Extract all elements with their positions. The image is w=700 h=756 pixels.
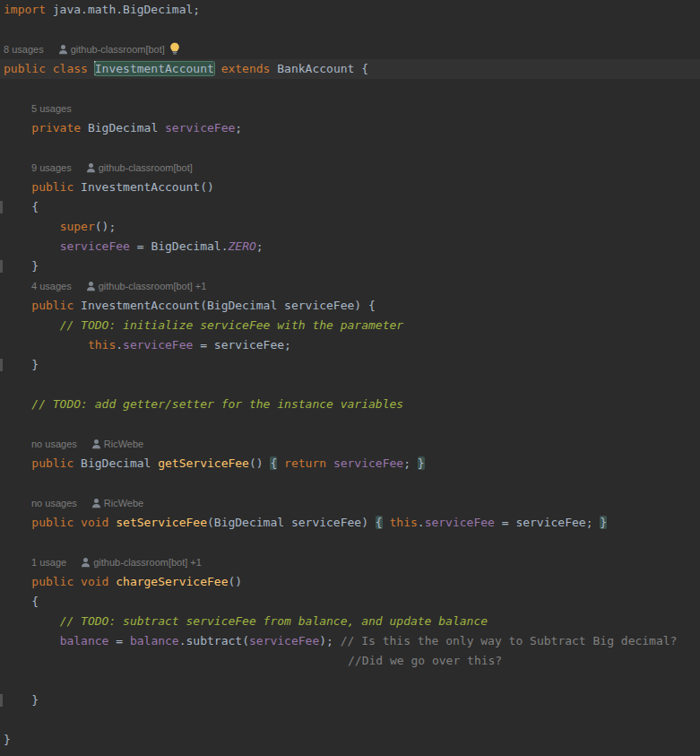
author-hint[interactable]: github-classroom[bot] +1 [99,281,207,291]
code-line-2[interactable] [0,20,700,39]
token [4,575,31,588]
token: .subtract( [179,634,249,647]
token: extends [221,62,271,75]
spacer [66,565,81,566]
token: public class [4,62,95,75]
inlay-hint-line-6[interactable]: 5 usages [0,99,700,118]
token: import [4,3,46,16]
inlay-hint-line-23[interactable]: no usagesRicWebe [0,434,700,454]
token [4,180,31,194]
user-icon [86,281,96,291]
author-hint[interactable]: github-classroom[bot] [71,44,165,55]
token: } [4,693,39,707]
code-line-16[interactable]: public InvestmentAccount(BigDecimal serv… [0,296,700,316]
usages-hint[interactable]: 1 usage [31,557,66,568]
code-line-11[interactable]: { [0,197,700,217]
code-line-38[interactable]: } [0,730,700,750]
usages-hint[interactable]: no usages [31,439,77,449]
token: java.math.BigDecimal; [46,3,200,16]
token: ZERO [228,239,255,253]
token [4,239,60,253]
token: . [116,338,123,352]
code-line-31[interactable]: { [0,592,700,612]
code-line-10[interactable]: public InvestmentAccount() [0,178,700,197]
author-hint[interactable]: github-classroom[bot] +1 [93,557,202,568]
code-line-12[interactable]: super(); [0,217,700,237]
token: public void [31,516,108,529]
code-line-37[interactable] [0,710,700,730]
code-line-17[interactable]: // TODO: initialize serviceFee with the … [0,316,700,335]
token: InvestmentAccount() [73,180,214,194]
token: // TODO: add getter/setter for the insta… [31,397,403,411]
author-hint[interactable]: RicWebe [104,439,143,449]
code-line-30[interactable]: public void chargeServiceFee() [0,572,700,592]
code-line-24[interactable]: public BigDecimal getServiceFee() { retu… [0,454,700,474]
code-line-28[interactable] [0,533,700,552]
code-line-8[interactable] [0,138,700,158]
token: serviceFee [165,121,235,135]
token: ; [256,239,264,253]
code-line-1[interactable]: import java.math.BigDecimal; [0,0,700,20]
spacer [44,52,58,53]
token: // TODO: initialize serviceFee with the … [60,318,404,332]
code-line-35[interactable] [0,671,700,691]
code-line-13[interactable]: serviceFee = BigDecimal.ZERO; [0,237,700,256]
author-hint[interactable]: RicWebe [104,498,143,508]
usages-hint[interactable]: 9 usages [31,162,72,173]
user-icon [81,557,91,568]
code-line-32[interactable]: // TODO: subtract serviceFee from balanc… [0,612,700,631]
spacer [72,170,86,171]
code-line-19[interactable]: } [0,355,700,375]
code-line-4[interactable]: public class InvestmentAccount extends B… [0,59,700,79]
spacer [4,506,31,507]
code-line-25[interactable] [0,474,700,493]
code-line-20[interactable] [0,375,700,395]
fold-marker [0,694,3,707]
token [4,220,60,233]
token: { [4,200,39,213]
inlay-hint-line-29[interactable]: 1 usagegithub-classroom[bot] +1 [0,552,700,572]
usages-hint[interactable]: 4 usages [31,281,72,291]
code-line-5[interactable] [0,79,700,99]
inlay-hint-line-3[interactable]: 8 usagesgithub-classroom[bot] [0,39,700,59]
inlay-hint-line-9[interactable]: 9 usagesgithub-classroom[bot] [0,158,700,178]
spacer [4,289,31,290]
code-editor[interactable]: import java.math.BigDecimal;8 usagesgith… [0,0,700,756]
usages-hint[interactable]: 8 usages [4,44,44,55]
token: return [284,456,326,470]
highlighted-identifier: InvestmentAccount [95,62,214,75]
token: // Is this the only way to Subtract Big … [341,634,678,647]
code-line-34[interactable]: //Did we go over this? [0,651,700,671]
user-icon [91,439,101,449]
inlay-hint-line-26[interactable]: no usagesRicWebe [0,493,700,513]
token: // TODO: subtract serviceFee from balanc… [60,614,488,628]
token: (BigDecimal serviceFee) [207,516,376,529]
code-line-36[interactable]: } [0,691,700,710]
bulb-icon[interactable] [169,42,180,55]
code-line-14[interactable]: } [0,256,700,276]
code-line-18[interactable]: this.serviceFee = serviceFee; [0,335,700,355]
user-icon [86,162,96,173]
author-hint[interactable]: github-classroom[bot] [99,162,193,173]
token: () [249,456,270,470]
matched-brace: } [600,516,607,529]
code-line-7[interactable]: private BigDecimal serviceFee; [0,118,700,138]
code-line-21[interactable]: // TODO: add getter/setter for the insta… [0,395,700,414]
token: this [389,516,417,529]
token: = BigDecimal. [130,239,229,253]
usages-hint[interactable]: 5 usages [31,103,72,114]
fold-marker [0,260,3,273]
inlay-hint-line-15[interactable]: 4 usagesgithub-classroom[bot] +1 [0,276,700,296]
token: setServiceFee [116,516,207,529]
token [4,516,31,529]
code-line-33[interactable]: balance = balance.subtract(serviceFee); … [0,631,700,651]
token: public [31,180,73,194]
token: () [228,575,242,588]
token: balance [130,634,179,647]
usages-hint[interactable]: no usages [31,498,77,508]
token: BigDecimal [81,121,165,135]
token: super [60,220,95,233]
code-line-22[interactable] [0,414,700,434]
token: chargeServiceFee [116,575,228,588]
code-line-27[interactable]: public void setServiceFee(BigDecimal ser… [0,513,700,533]
